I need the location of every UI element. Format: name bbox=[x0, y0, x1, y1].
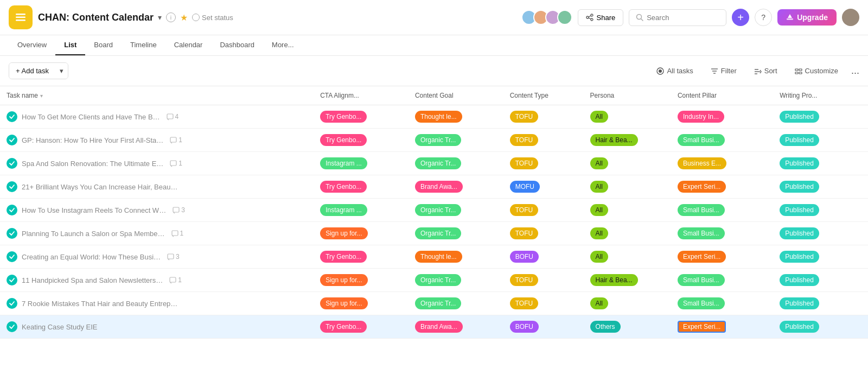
table-row[interactable]: 21+ Brilliant Ways You Can Increase Hair… bbox=[0, 175, 868, 199]
writing-cell: Published bbox=[773, 292, 868, 315]
type-badge: TOFU bbox=[510, 227, 538, 239]
more-options-button[interactable]: ... bbox=[851, 65, 859, 77]
type-badge: BOFU bbox=[510, 321, 539, 333]
table-container: Task name ▾ CTA Alignm... Content Goal C… bbox=[0, 86, 868, 339]
table-row[interactable]: Planning To Launch a Salon or Spa Membe…… bbox=[0, 222, 868, 245]
task-name-text: Planning To Launch a Salon or Spa Membe… bbox=[22, 230, 165, 238]
table-row[interactable]: Keating Case Study EIE Try Genbo... Bran… bbox=[0, 315, 868, 339]
goal-badge: Organic Tr... bbox=[415, 157, 461, 169]
svg-point-4 bbox=[586, 16, 589, 18]
status-circle-icon bbox=[192, 14, 200, 21]
svg-rect-23 bbox=[799, 72, 802, 74]
set-status-button[interactable]: Set status bbox=[192, 14, 233, 22]
writing-cell: Published bbox=[773, 222, 868, 245]
svg-point-5 bbox=[591, 18, 593, 21]
cta-badge: Sign up for... bbox=[320, 227, 367, 239]
task-name-cell: Creating an Equal World: How These Busi…… bbox=[0, 245, 314, 269]
filter-icon bbox=[711, 67, 718, 75]
task-name-text: How To Use Instagram Reels To Connect W… bbox=[22, 206, 166, 214]
table-row[interactable]: 7 Rookie Mistakes That Hair and Beauty E… bbox=[0, 292, 868, 315]
search-input[interactable] bbox=[647, 14, 712, 22]
sort-button[interactable]: Sort bbox=[750, 65, 782, 77]
pillar-cell: Small Busi... bbox=[671, 199, 773, 222]
persona-badge: All bbox=[590, 181, 608, 193]
writing-badge: Published bbox=[780, 181, 819, 193]
persona-badge: All bbox=[590, 227, 608, 239]
cta-badge: Instagram ... bbox=[320, 157, 367, 169]
customize-button[interactable]: Customize bbox=[790, 65, 843, 77]
table-row[interactable]: Spa And Salon Renovation: The Ultimate E… bbox=[0, 152, 868, 175]
top-right-area: Share + ? Upgrade bbox=[521, 9, 860, 26]
tab-dashboard[interactable]: Dashboard bbox=[211, 35, 263, 55]
writing-cell: Published bbox=[773, 175, 868, 199]
pillar-cell: Small Busi... bbox=[671, 222, 773, 245]
help-button[interactable]: ? bbox=[755, 9, 772, 26]
writing-cell: Published bbox=[773, 152, 868, 175]
cta-cell: Try Genbo... bbox=[314, 105, 409, 129]
pillar-cell: Expert Seri... bbox=[671, 175, 773, 199]
goal-badge: Brand Awa... bbox=[415, 181, 463, 193]
cta-cell: Sign up for... bbox=[314, 222, 409, 245]
col-header-persona: Persona bbox=[584, 86, 671, 105]
add-task-dropdown-arrow[interactable]: ▾ bbox=[55, 63, 68, 79]
persona-badge: Hair & Bea... bbox=[590, 274, 638, 286]
col-header-pillar: Content Pillar bbox=[671, 86, 773, 105]
table-row[interactable]: How To Get More Clients and Have The B… … bbox=[0, 105, 868, 129]
upgrade-button[interactable]: Upgrade bbox=[777, 9, 837, 26]
info-icon[interactable]: i bbox=[166, 12, 176, 22]
svg-rect-32 bbox=[172, 231, 178, 236]
task-table: Task name ▾ CTA Alignm... Content Goal C… bbox=[0, 86, 868, 339]
pillar-cell: Small Busi... bbox=[671, 269, 773, 292]
share-button[interactable]: Share bbox=[578, 9, 624, 26]
add-task-main[interactable]: + Add task bbox=[9, 63, 55, 79]
pillar-badge: Business E... bbox=[678, 157, 726, 169]
task-name-cell: Keating Case Study EIE bbox=[0, 315, 314, 339]
add-task-button[interactable]: + Add task ▾ bbox=[9, 62, 68, 79]
add-button[interactable]: + bbox=[732, 9, 749, 26]
cta-cell: Try Genbo... bbox=[314, 315, 409, 339]
goal-cell: Organic Tr... bbox=[409, 152, 503, 175]
table-row[interactable]: Creating an Equal World: How These Busi…… bbox=[0, 245, 868, 269]
writing-badge: Published bbox=[780, 297, 819, 309]
search-box[interactable] bbox=[629, 9, 726, 26]
task-name-cell: 21+ Brilliant Ways You Can Increase Hair… bbox=[0, 175, 314, 199]
task-complete-icon bbox=[7, 181, 17, 192]
tab-more[interactable]: More... bbox=[263, 35, 302, 55]
persona-cell: Hair & Bea... bbox=[584, 129, 671, 152]
tab-calendar[interactable]: Calendar bbox=[165, 35, 212, 55]
cta-cell: Try Genbo... bbox=[314, 175, 409, 199]
cta-badge: Try Genbo... bbox=[320, 321, 367, 333]
chevron-down-icon[interactable]: ▾ bbox=[158, 13, 162, 22]
pillar-badge: Small Busi... bbox=[678, 227, 725, 239]
comment-count: 1 bbox=[169, 276, 182, 284]
type-badge: TOFU bbox=[510, 111, 538, 123]
project-title: CHAN: Content Calendar bbox=[38, 12, 154, 23]
table-row[interactable]: 11 Handpicked Spa and Salon Newsletters…… bbox=[0, 269, 868, 292]
all-tasks-button[interactable]: All tasks bbox=[652, 65, 697, 77]
table-row[interactable]: How To Use Instagram Reels To Connect W…… bbox=[0, 199, 868, 222]
filter-button[interactable]: Filter bbox=[706, 65, 741, 77]
task-name-text: Creating an Equal World: How These Busi… bbox=[22, 253, 161, 261]
type-badge: TOFU bbox=[510, 134, 538, 146]
toolbar: + Add task ▾ All tasks Filter bbox=[0, 56, 868, 86]
tab-list[interactable]: List bbox=[55, 35, 85, 55]
svg-rect-1 bbox=[16, 17, 25, 18]
svg-line-7 bbox=[588, 18, 590, 19]
tab-board[interactable]: Board bbox=[85, 35, 122, 55]
pillar-cell: Small Busi... bbox=[671, 292, 773, 315]
type-cell: TOFU bbox=[503, 222, 584, 245]
task-name-text: 11 Handpicked Spa and Salon Newsletters… bbox=[22, 276, 163, 284]
task-complete-icon bbox=[7, 111, 17, 122]
sort-icon bbox=[754, 67, 762, 75]
user-avatar[interactable] bbox=[842, 9, 859, 26]
persona-badge: Hair & Bea... bbox=[590, 134, 638, 146]
svg-rect-24 bbox=[167, 114, 173, 119]
tab-overview[interactable]: Overview bbox=[9, 35, 55, 55]
star-icon[interactable]: ★ bbox=[180, 12, 188, 23]
persona-badge: All bbox=[590, 157, 608, 169]
persona-cell: All bbox=[584, 199, 671, 222]
pillar-badge: Expert Seri... bbox=[678, 321, 726, 333]
tab-timeline[interactable]: Timeline bbox=[122, 35, 165, 55]
table-row[interactable]: GP: Hanson: How To Hire Your First All-S… bbox=[0, 129, 868, 152]
svg-rect-20 bbox=[795, 69, 798, 71]
